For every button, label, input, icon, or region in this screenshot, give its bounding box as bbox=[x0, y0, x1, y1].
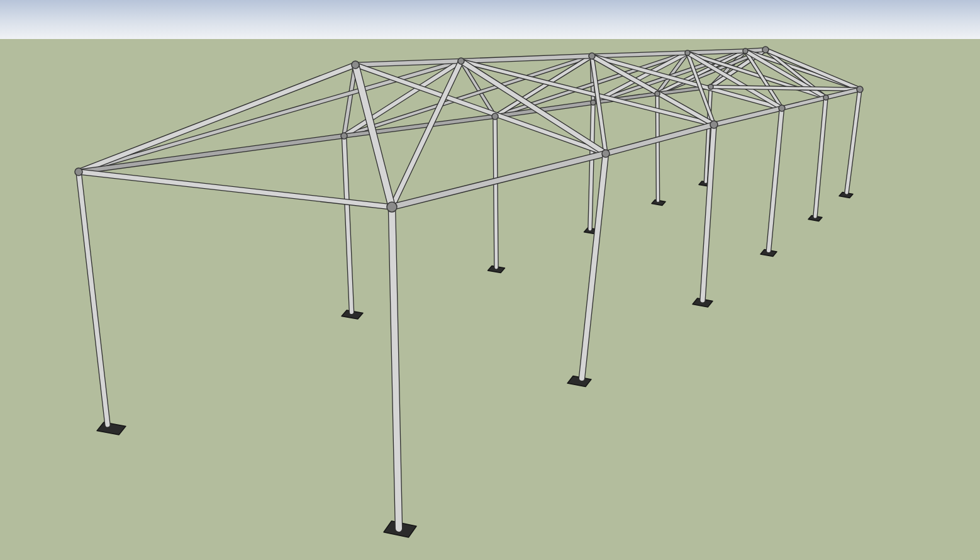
joint-fitting-G4 bbox=[743, 48, 748, 53]
3d-scene-canvas[interactable] bbox=[0, 0, 980, 560]
joint-fitting-F2 bbox=[710, 121, 718, 128]
joint-fitting-G0 bbox=[352, 61, 359, 69]
joint-fitting-B0 bbox=[75, 168, 82, 176]
joint-fitting-G2 bbox=[589, 53, 595, 59]
joint-fitting-B2 bbox=[492, 113, 498, 120]
joint-fitting-F5 bbox=[857, 86, 863, 92]
joint-fitting-B3 bbox=[591, 100, 596, 105]
joint-fitting-B4 bbox=[655, 91, 660, 96]
tube-B2-789-425 bbox=[495, 116, 496, 267]
joint-fitting-G3 bbox=[685, 50, 690, 55]
joint-fitting-B1 bbox=[341, 133, 347, 139]
joint-fitting-F1 bbox=[602, 150, 610, 157]
tube-G3-G4 bbox=[688, 51, 745, 53]
joint-fitting-F3 bbox=[779, 105, 785, 111]
joint-fitting-B5 bbox=[708, 84, 713, 89]
joint-fitting-G1 bbox=[458, 58, 464, 64]
joint-fitting-F4 bbox=[823, 95, 828, 100]
joint-fitting-G5 bbox=[762, 47, 769, 53]
joint-fitting-F0 bbox=[387, 202, 397, 212]
model-viewport[interactable] bbox=[0, 0, 980, 560]
sky-background bbox=[0, 0, 980, 39]
